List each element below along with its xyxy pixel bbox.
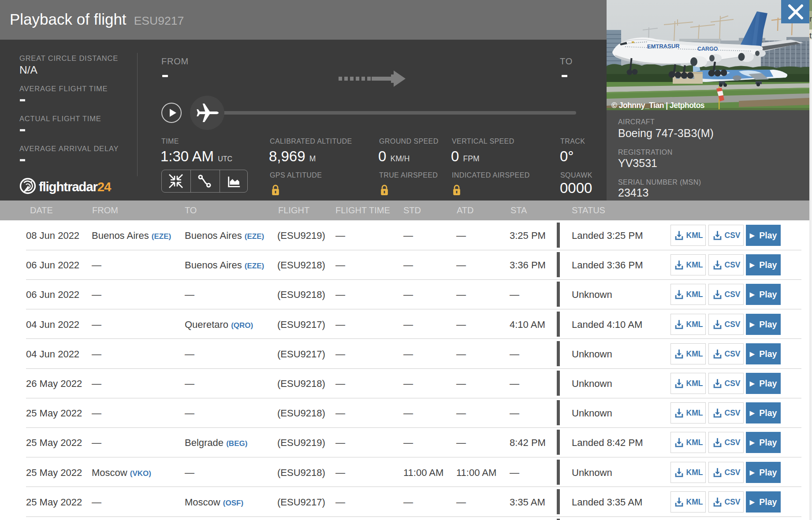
svg-text:© Johnny_Tian | Jetphotos: © Johnny_Tian | Jetphotos (611, 101, 705, 110)
svg-text:flightradar24: flightradar24 (39, 179, 112, 194)
svg-text:EMTRASUR: EMTRASUR (647, 43, 680, 50)
svg-text:CARGO: CARGO (697, 46, 718, 52)
